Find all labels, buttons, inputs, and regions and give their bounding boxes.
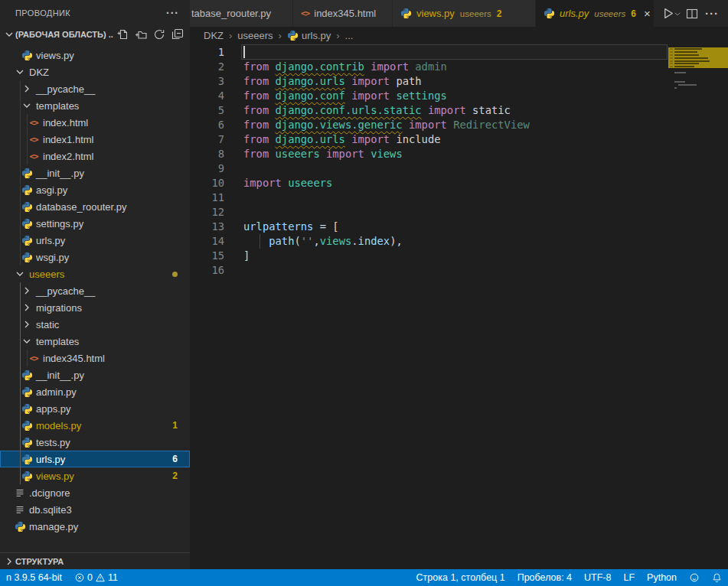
more-actions-button[interactable]: ··· — [702, 4, 722, 24]
status-cursor-position[interactable]: Строка 1, столбец 1 — [410, 569, 511, 586]
file-index.html[interactable]: <>index.html — [0, 114, 190, 131]
indent-guide — [20, 164, 21, 181]
indent-guide — [20, 467, 21, 484]
file-tree: views.pyDKZ__pycache__templates<>index.h… — [0, 44, 190, 535]
breadcrumb-item-urls.py[interactable]: urls.py — [287, 30, 331, 41]
file-wsgi.py[interactable]: wsgi.py — [0, 249, 190, 265]
chevron-collapsed-icon[interactable] — [21, 318, 33, 330]
chevron-collapsed-icon[interactable] — [21, 285, 33, 297]
tab-label: urls.py — [560, 8, 589, 19]
file-index345.html[interactable]: <>index345.html — [0, 350, 190, 366]
tab-tabase_roouter.py[interactable]: tabase_roouter.py — [190, 0, 293, 27]
code-token: index — [358, 235, 390, 247]
tree-item-label: index2.html — [43, 151, 93, 162]
python-icon — [21, 453, 33, 465]
modified-dot-badge — [172, 272, 178, 277]
chevron-collapsed-icon[interactable] — [21, 83, 33, 95]
chevron-expanded-icon[interactable] — [21, 99, 33, 112]
code-token: from — [243, 104, 276, 116]
folder-templates[interactable]: templates — [0, 333, 190, 350]
breadcrumb-item-...[interactable]: ... — [345, 30, 354, 41]
tab-urls.py[interactable]: urls.pyuseeers6× — [536, 0, 655, 27]
code-token: ( — [294, 235, 300, 247]
line-number: 9 — [190, 161, 224, 176]
file-apps.py[interactable]: apps.py — [0, 400, 190, 417]
python-icon — [21, 419, 33, 431]
file-models.py[interactable]: models.py1 — [0, 417, 190, 434]
tree-item-label: tests.py — [36, 437, 70, 448]
python-icon — [287, 30, 299, 41]
folder-migrations[interactable]: migrations — [0, 299, 190, 316]
file-index2.html[interactable]: <>index2.html — [0, 148, 190, 164]
file-views.py[interactable]: views.py — [0, 47, 190, 63]
chevron-expanded-icon[interactable] — [14, 268, 26, 280]
tab-views.py[interactable]: views.pyuseeers2 — [393, 0, 536, 27]
more-actions-icon[interactable]: ··· — [166, 7, 179, 19]
chevron-collapsed-icon[interactable] — [21, 301, 33, 314]
line-number: 1 — [190, 45, 224, 60]
code-editor[interactable]: 12from django.contrib import admin3from … — [190, 44, 728, 569]
file-admin.py[interactable]: admin.py — [0, 383, 190, 400]
file-database_roouter.py[interactable]: database_roouter.py — [0, 198, 190, 215]
split-editor-button[interactable] — [682, 4, 702, 24]
file-urls.py[interactable]: urls.py — [0, 232, 190, 249]
status-problems[interactable]: 011 — [68, 569, 124, 586]
folder-static[interactable]: static — [0, 316, 190, 333]
status-indentation[interactable]: Пробелов: 4 — [511, 569, 578, 586]
problems-badge: 6 — [172, 454, 178, 464]
status-feedback[interactable] — [683, 569, 706, 586]
tree-item-label: admin.py — [36, 386, 77, 398]
code-token: views — [371, 148, 403, 160]
overview-ruler[interactable] — [723, 44, 728, 569]
file-settings.py[interactable]: settings.py — [0, 215, 190, 232]
code-token: include — [396, 133, 440, 145]
folder-templates[interactable]: templates — [0, 97, 190, 114]
code-token: import — [345, 133, 396, 145]
outline-section-header[interactable]: СТРУКТУРА — [0, 552, 190, 569]
file-tests.py[interactable]: tests.py — [0, 434, 190, 451]
breadcrumb-item-DKZ[interactable]: DKZ — [204, 30, 224, 41]
python-icon — [544, 8, 555, 19]
folder-DKZ[interactable]: DKZ — [0, 63, 190, 80]
file-views.py[interactable]: views.py2 — [0, 467, 190, 484]
status-notifications[interactable] — [706, 569, 728, 586]
folder-useeers[interactable]: useeers — [0, 265, 190, 282]
chevron-expanded-icon[interactable] — [14, 66, 26, 78]
code-token: settings — [396, 90, 446, 102]
run-dropdown-button[interactable] — [673, 4, 682, 24]
file-__init__.py[interactable]: __init__.py — [0, 366, 190, 383]
file-asgi.py[interactable]: asgi.py — [0, 181, 190, 198]
new-folder-button[interactable] — [132, 26, 150, 43]
status-language-mode[interactable]: Python — [641, 569, 683, 586]
code-token: from — [243, 119, 276, 131]
file-manage.py[interactable]: manage.py — [0, 518, 190, 535]
breadcrumb-item-useeers[interactable]: useeers — [237, 30, 273, 41]
file-.dcignore[interactable]: .dcignore — [0, 484, 190, 501]
code-token: path — [396, 75, 421, 87]
minimap[interactable] — [668, 44, 723, 151]
python-icon — [21, 200, 33, 213]
tabs: tabase_roouter.py<>index345.htmlviews.py… — [190, 0, 655, 27]
tree-item-label: __pycache__ — [36, 83, 95, 95]
new-file-button[interactable] — [113, 26, 132, 43]
line-number: 13 — [190, 220, 224, 234]
folder-__pycache__[interactable]: __pycache__ — [0, 282, 190, 299]
status-python-interpreter[interactable]: n 3.9.5 64-bit — [0, 569, 68, 586]
tab-index345.html[interactable]: <>index345.html — [293, 0, 393, 27]
status-encoding[interactable]: UTF-8 — [578, 569, 617, 586]
code-token: django.urls — [276, 133, 345, 145]
code-token: import — [320, 148, 371, 160]
file-index1.html[interactable]: <>index1.html — [0, 131, 190, 148]
folder-__pycache__[interactable]: __pycache__ — [0, 80, 190, 97]
workspace-section-header[interactable]: (РАБОЧАЯ ОБЛАСТЬ) ... — [0, 25, 190, 44]
file-__init__.py[interactable]: __init__.py — [0, 164, 190, 181]
collapse-all-button[interactable] — [168, 26, 187, 43]
close-icon[interactable]: × — [644, 8, 651, 19]
minimap-mark — [674, 63, 699, 64]
file-db.sqlite3[interactable]: db.sqlite3 — [0, 501, 190, 518]
file-urls.py[interactable]: urls.py6 — [0, 451, 190, 467]
indent-guide — [20, 400, 21, 417]
refresh-button[interactable] — [150, 26, 168, 43]
status-eol[interactable]: LF — [617, 569, 641, 586]
chevron-expanded-icon[interactable] — [21, 335, 33, 347]
